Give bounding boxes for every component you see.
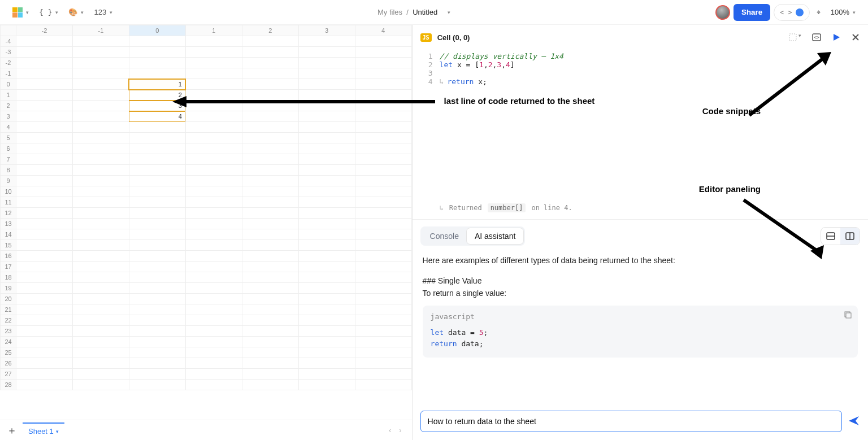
grid-cell[interactable] [298,229,355,240]
grid-cell[interactable] [298,315,355,326]
grid-cell[interactable] [129,380,185,390]
grid-cell[interactable] [298,358,355,369]
grid-cell[interactable] [129,304,185,315]
close-button[interactable] [851,33,860,42]
row-header[interactable]: 14 [1,229,16,240]
grid-cell[interactable] [298,68,355,79]
grid-cell[interactable] [355,337,411,347]
grid-cell[interactable] [16,208,73,219]
grid-cell[interactable] [185,304,242,315]
grid-cell[interactable] [355,79,411,90]
col-header[interactable]: 2 [242,25,298,36]
grid-cell[interactable] [16,272,73,283]
grid-cell[interactable] [298,111,355,122]
grid-cell[interactable] [242,208,298,219]
grid[interactable]: -2-101234-4-3-2-101122334456789101112131… [0,25,412,420]
grid-cell[interactable] [16,304,73,315]
grid-cell[interactable] [16,380,73,390]
grid-cell[interactable] [298,240,355,251]
grid-cell[interactable] [242,347,298,358]
grid-cell[interactable] [129,154,185,165]
grid-cell[interactable] [355,326,411,337]
command-palette-button[interactable]: ⌖ [813,4,824,21]
grid-cell[interactable] [242,176,298,186]
grid-cell[interactable] [298,47,355,58]
row-header[interactable]: 0 [1,79,16,90]
grid-cell[interactable] [72,68,129,79]
grid-cell[interactable] [72,90,129,101]
grid-cell[interactable] [242,122,298,133]
grid-cell[interactable] [242,47,298,58]
grid-cell[interactable] [72,251,129,262]
grid-cell[interactable] [355,294,411,304]
grid-cell[interactable] [16,219,73,229]
grid-cell[interactable] [185,380,242,390]
grid-cell[interactable] [72,186,129,197]
grid-cell[interactable] [185,133,242,143]
grid-cell[interactable] [72,101,129,111]
grid-cell[interactable] [185,186,242,197]
grid-cell[interactable] [16,90,73,101]
grid-cell[interactable] [129,197,185,208]
grid-cell[interactable] [355,240,411,251]
grid-cell[interactable] [129,143,185,154]
grid-cell[interactable] [298,133,355,143]
grid-cell[interactable] [298,143,355,154]
grid-cell[interactable] [185,219,242,229]
grid-cell[interactable] [129,36,185,47]
grid-cell[interactable] [185,111,242,122]
grid-cell[interactable] [72,380,129,390]
grid-cell[interactable] [185,208,242,219]
grid-cell[interactable]: 3 [129,101,185,111]
grid-cell[interactable] [185,358,242,369]
grid-cell[interactable] [242,380,298,390]
grid-cell[interactable] [129,208,185,219]
grid-cell[interactable] [242,315,298,326]
grid-cell[interactable] [16,283,73,294]
grid-cell[interactable] [185,36,242,47]
grid-cell[interactable] [129,229,185,240]
grid-cell[interactable] [355,101,411,111]
grid-cell[interactable] [72,326,129,337]
grid-cell[interactable] [16,369,73,380]
row-header[interactable]: 17 [1,262,16,272]
grid-cell[interactable] [355,208,411,219]
grid-cell[interactable] [355,186,411,197]
data-type-menu[interactable]: { } [36,4,62,21]
grid-cell[interactable] [72,283,129,294]
grid-cell[interactable] [72,165,129,176]
grid-cell[interactable] [185,165,242,176]
scroll-left-button[interactable]: ‹ [389,426,391,434]
grid-cell[interactable] [16,122,73,133]
row-header[interactable]: 28 [1,380,16,390]
breadcrumb[interactable]: My files / Untitled [377,8,437,16]
row-header[interactable]: 25 [1,347,16,358]
grid-cell[interactable] [242,133,298,143]
grid-cell[interactable] [298,304,355,315]
grid-cell[interactable] [355,283,411,294]
grid-cell[interactable] [185,197,242,208]
grid-cell[interactable] [185,315,242,326]
grid-cell[interactable] [355,219,411,229]
tab-console[interactable]: Console [422,228,467,244]
row-header[interactable]: 15 [1,240,16,251]
grid-cell[interactable] [72,122,129,133]
grid-cell[interactable] [298,272,355,283]
row-header[interactable]: 7 [1,154,16,165]
grid-cell[interactable] [185,47,242,58]
grid-cell[interactable] [129,68,185,79]
grid-cell[interactable] [185,58,242,68]
grid-cell[interactable] [355,262,411,272]
code-snippets-button[interactable]: <> [811,32,822,42]
grid-cell[interactable] [72,369,129,380]
row-header[interactable]: -2 [1,58,16,68]
grid-cell[interactable] [298,197,355,208]
grid-cell[interactable] [16,176,73,186]
row-header[interactable]: 10 [1,186,16,197]
grid-cell[interactable] [16,251,73,262]
grid-cell[interactable] [298,101,355,111]
grid-cell[interactable] [242,219,298,229]
grid-cell[interactable] [129,262,185,272]
grid-cell[interactable] [242,337,298,347]
row-header[interactable]: 27 [1,369,16,380]
